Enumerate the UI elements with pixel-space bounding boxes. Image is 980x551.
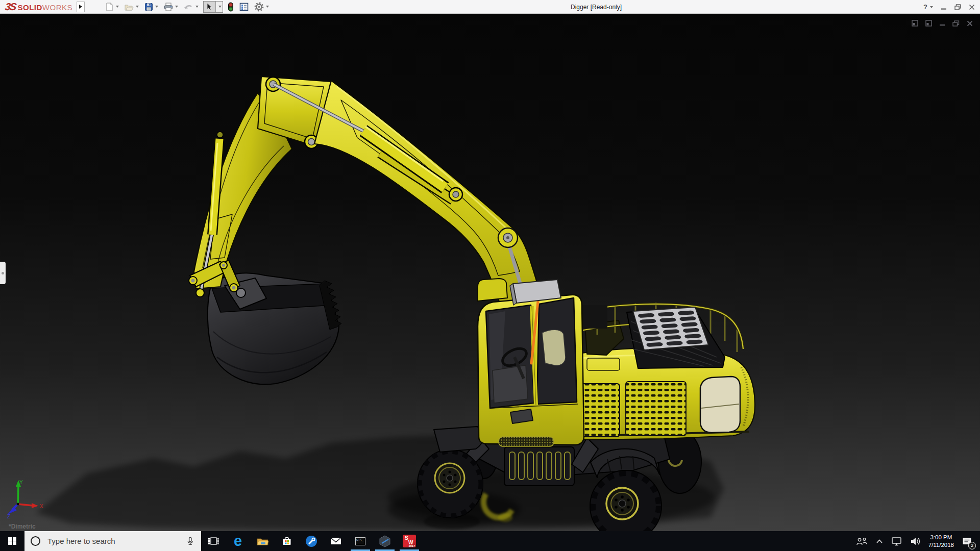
taskbar-composer[interactable]: [373, 531, 397, 551]
taskbar-command-prompt[interactable]: C:\_: [348, 531, 373, 551]
graphics-area[interactable]: Y X Z *Dimetric: [0, 14, 980, 531]
new-document-button[interactable]: [104, 2, 120, 12]
print-button[interactable]: [163, 2, 179, 12]
taskbar-file-explorer[interactable]: [250, 531, 275, 551]
search-input[interactable]: [46, 536, 179, 546]
solidworks-logo: 3S SOLID WORKS: [5, 2, 72, 12]
window-controls: ?: [923, 0, 975, 14]
cab-step: [499, 437, 554, 446]
rebuild-button[interactable]: [227, 1, 235, 13]
triad-y-label: Y: [19, 480, 23, 485]
save-button[interactable]: [143, 2, 159, 12]
new-dropdown[interactable]: [116, 6, 119, 8]
taskbar-settings-tool[interactable]: [299, 531, 324, 551]
volume-icon[interactable]: [910, 536, 922, 546]
network-icon[interactable]: [891, 536, 903, 546]
seat: [542, 330, 566, 365]
taskbar-empty-area: [422, 531, 855, 551]
triad-x-label: X: [40, 504, 43, 509]
options-button[interactable]: [253, 1, 270, 13]
windows-logo-icon: [8, 537, 16, 545]
help-button[interactable]: ?: [923, 3, 933, 11]
task-view-icon: [207, 536, 219, 547]
taskbar-mail[interactable]: [324, 531, 348, 551]
solidworks-logo-mark: 3S: [5, 2, 16, 12]
save-dropdown[interactable]: [155, 6, 158, 8]
bucket: [208, 273, 341, 384]
taskbar-search[interactable]: [24, 531, 201, 551]
open-icon: [125, 3, 134, 11]
mail-icon: [330, 536, 342, 546]
doc-restore-button[interactable]: [952, 20, 960, 27]
undo-icon: [184, 3, 193, 11]
flyout-arrow-icon: [79, 5, 82, 9]
view-orientation-label: *Dimetric: [9, 523, 36, 530]
options-dropdown[interactable]: [266, 6, 269, 8]
open-button[interactable]: [124, 2, 140, 12]
command-prompt-icon: C:\_: [355, 537, 365, 545]
select-tool[interactable]: [203, 1, 223, 13]
close-button[interactable]: [969, 4, 975, 10]
task-list-icon: [239, 3, 249, 11]
wrench-circle-icon: [305, 535, 317, 547]
hidden-icons-chevron[interactable]: [875, 537, 884, 545]
taskbar-clock[interactable]: 3:00 PM 7/11/2018: [928, 534, 954, 549]
taskbar-task-view[interactable]: [201, 531, 226, 551]
cortana-icon: [31, 536, 40, 546]
tile-window-icon-2[interactable]: [925, 20, 932, 27]
help-icon: ?: [923, 3, 927, 11]
traffic-light-icon: [228, 2, 234, 12]
print-dropdown[interactable]: [175, 6, 178, 8]
undo-dropdown[interactable]: [195, 6, 199, 8]
new-document-icon: [105, 3, 114, 11]
brand-solid: SOLID: [17, 3, 42, 12]
brand-works: WORKS: [42, 3, 72, 12]
taskbar-solidworks[interactable]: S W 2017: [397, 531, 422, 551]
save-icon: [144, 3, 153, 11]
print-icon: [164, 3, 173, 11]
tray-time: 3:00 PM: [928, 534, 954, 541]
front-fender: [434, 427, 483, 452]
quick-toolbar: [104, 0, 274, 14]
restore-button[interactable]: [954, 4, 961, 10]
action-center-button[interactable]: 2: [961, 535, 974, 548]
file-explorer-icon: [256, 536, 269, 546]
microsoft-store-icon: [281, 535, 293, 547]
wheel-front: [418, 449, 483, 518]
select-cursor-icon[interactable]: [204, 2, 215, 12]
minimize-button[interactable]: [941, 4, 947, 10]
select-dropdown[interactable]: [215, 2, 223, 12]
titlebar: 3S SOLID WORKS: [0, 0, 980, 14]
people-icon[interactable]: [855, 536, 868, 547]
taskbar-store[interactable]: [275, 531, 299, 551]
tile-window-icon[interactable]: [912, 20, 918, 27]
gear-icon: [254, 2, 264, 12]
notification-badge: 2: [968, 542, 976, 549]
system-tray: 3:00 PM 7/11/2018 2: [855, 531, 980, 551]
open-dropdown[interactable]: [136, 6, 139, 8]
start-button[interactable]: [0, 531, 24, 551]
solidworks-2017-icon: S W 2017: [403, 535, 416, 547]
help-dropdown[interactable]: [930, 6, 933, 8]
document-window-controls: [912, 20, 973, 27]
microphone-icon[interactable]: [185, 536, 195, 546]
doc-minimize-button[interactable]: [939, 20, 945, 27]
taskbar-edge[interactable]: e: [226, 531, 250, 551]
collapsed-panel-tab[interactable]: [0, 262, 6, 284]
hexagon-app-icon: [378, 535, 391, 548]
triad-z-label: Z: [7, 514, 10, 519]
toolbar-flyout-button[interactable]: [77, 2, 85, 12]
task-pane-button[interactable]: [238, 2, 250, 12]
doc-close-button[interactable]: [967, 20, 973, 27]
document-title: Digger [Read-only]: [571, 4, 622, 11]
tray-date: 7/11/2018: [928, 541, 954, 549]
undo-button[interactable]: [183, 2, 200, 12]
windows-taskbar: e C:\_: [0, 531, 980, 551]
3d-model-canvas[interactable]: Y X Z: [0, 14, 980, 531]
panel-tab-dot-icon: [2, 272, 4, 274]
edge-icon: e: [234, 534, 242, 548]
